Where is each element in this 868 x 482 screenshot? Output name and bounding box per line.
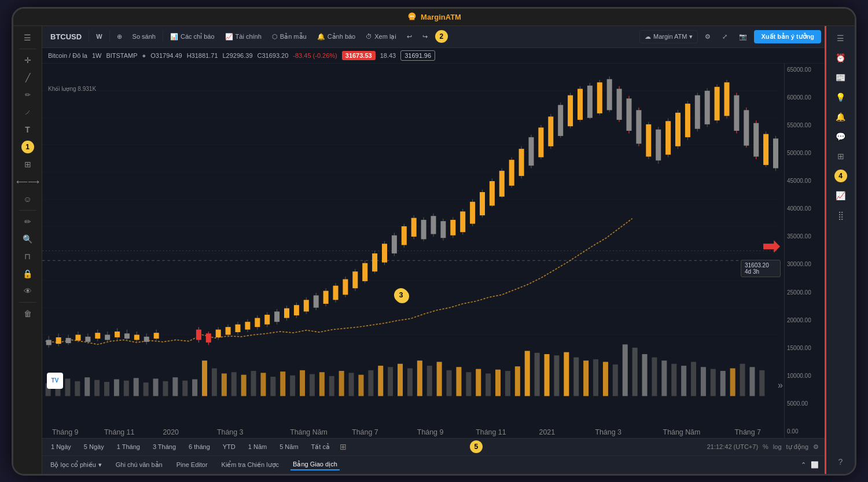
svg-rect-126 bbox=[255, 318, 260, 327]
redo-btn[interactable]: ↪ bbox=[418, 31, 432, 43]
red-arrow-icon: ➡ bbox=[762, 234, 779, 259]
right-grid-icon[interactable]: ⊞ bbox=[830, 148, 851, 165]
tab-ghi-chu[interactable]: Ghi chú văn bản bbox=[113, 460, 165, 470]
svg-rect-90 bbox=[46, 340, 52, 345]
svg-rect-204 bbox=[636, 110, 641, 144]
right-chat-icon[interactable]: 💬 bbox=[830, 128, 851, 145]
compare-btn[interactable]: So sánh bbox=[128, 31, 160, 42]
ban-mau-btn[interactable]: ⬡ Bản mẫu bbox=[267, 31, 311, 43]
auto-btn[interactable]: tự động bbox=[786, 443, 808, 451]
svg-rect-142 bbox=[333, 285, 338, 300]
fullscreen-btn[interactable]: ⤢ bbox=[718, 31, 732, 43]
price-level-20k: 20000.00 bbox=[787, 317, 822, 323]
right-watchlist-icon[interactable]: ☰ bbox=[830, 30, 851, 47]
svg-rect-21 bbox=[104, 381, 109, 396]
maximize-icon[interactable]: ⬜ bbox=[811, 461, 819, 469]
svg-rect-136 bbox=[304, 300, 309, 311]
svg-rect-112 bbox=[154, 333, 159, 338]
svg-rect-170 bbox=[470, 201, 475, 223]
svg-rect-160 bbox=[421, 219, 426, 238]
screenshot-btn[interactable]: 📷 bbox=[734, 31, 752, 43]
right-data-icon[interactable]: ⣿ bbox=[830, 207, 851, 224]
symbol-btn[interactable]: BTCUSD bbox=[46, 30, 86, 43]
tab-bo-loc[interactable]: Bộ lọc cổ phiếu ▾ bbox=[48, 460, 104, 470]
undo-btn[interactable]: ↩ bbox=[402, 31, 417, 43]
pencil-icon[interactable]: ✏ bbox=[17, 214, 38, 230]
right-news-icon[interactable]: 📰 bbox=[830, 69, 851, 86]
main-container: ☰ ✛ ╱ ✏ ⟋ T 1 ⊞ ⟵⟶ ☺ ✏ 🔍 ⊓ 🔒 👁 🗑 bbox=[13, 26, 855, 474]
pct-btn[interactable]: % bbox=[763, 443, 768, 450]
right-question-icon[interactable]: ? bbox=[830, 453, 851, 470]
svg-rect-180 bbox=[519, 149, 524, 176]
timeframe-label: 1W bbox=[92, 52, 102, 59]
right-ideas-icon[interactable]: 💡 bbox=[830, 89, 851, 106]
svg-rect-194 bbox=[587, 85, 593, 117]
xem-lai-btn[interactable]: ⏱ Xem lại bbox=[361, 31, 401, 43]
time-1yr[interactable]: 1 Năm bbox=[245, 442, 270, 451]
settings-icon-bottom[interactable]: ⚙ bbox=[813, 443, 819, 451]
svg-rect-114 bbox=[196, 329, 201, 340]
delete-icon[interactable]: 🗑 bbox=[17, 306, 38, 322]
svg-rect-216 bbox=[695, 95, 700, 128]
zoom-icon[interactable]: 🔍 bbox=[17, 231, 38, 247]
crosshair-icon[interactable]: ✛ bbox=[17, 52, 38, 68]
time-ytd[interactable]: YTD bbox=[220, 442, 238, 451]
svg-rect-73 bbox=[613, 364, 618, 396]
margin-atm-btn[interactable]: ☁ Margin ATM ▾ bbox=[639, 30, 698, 43]
publish-btn[interactable]: Xuất bản ý tưởng bbox=[754, 30, 821, 43]
lock-icon[interactable]: 🔒 bbox=[17, 266, 38, 282]
draw-icon[interactable]: ✏ bbox=[17, 87, 38, 103]
change-pts: 18.43 bbox=[380, 52, 396, 59]
settings-btn[interactable]: ⚙ bbox=[700, 31, 715, 43]
svg-rect-36 bbox=[251, 370, 256, 396]
indicator-btn[interactable]: ⊕ bbox=[112, 31, 127, 43]
time-1mo[interactable]: 1 Tháng bbox=[114, 442, 143, 451]
svg-rect-96 bbox=[75, 334, 80, 340]
right-alerts-icon[interactable]: 🔔 bbox=[830, 108, 851, 126]
tab-bang-gd[interactable]: Bảng Giao dịch bbox=[290, 459, 340, 470]
pattern-icon[interactable]: ⊞ bbox=[17, 156, 38, 172]
badge-1: 1 bbox=[21, 141, 34, 153]
emoji-icon[interactable]: ☺ bbox=[17, 191, 38, 207]
svg-rect-68 bbox=[564, 352, 569, 396]
time-5day[interactable]: 5 Ngày bbox=[81, 442, 107, 451]
app-title: MarginATM bbox=[421, 13, 461, 21]
menu-icon[interactable]: ☰ bbox=[17, 30, 38, 46]
badge-4: 4 bbox=[834, 170, 847, 182]
canh-bao-btn[interactable]: 🔔 Cảnh báo bbox=[312, 31, 361, 43]
right-clock-icon[interactable]: ⏰ bbox=[830, 49, 851, 67]
magnet-icon[interactable]: ⊓ bbox=[17, 248, 38, 264]
chevron-down-icon: ▾ bbox=[689, 33, 693, 41]
minimize-icon[interactable]: ⌃ bbox=[801, 461, 806, 469]
time-all[interactable]: Tất cả bbox=[308, 442, 333, 452]
indicator-icon: ⊕ bbox=[117, 33, 122, 41]
right-chart-pattern-icon[interactable]: 📈 bbox=[830, 187, 851, 204]
eye-icon[interactable]: 👁 bbox=[17, 283, 38, 299]
time-1day[interactable]: 1 Ngày bbox=[48, 442, 74, 451]
trend-line-icon[interactable]: ╱ bbox=[17, 69, 38, 86]
chart-area[interactable]: Khối lượng 8.931K 3 ➡ bbox=[42, 64, 825, 438]
timeframe-btn[interactable]: W bbox=[91, 31, 106, 42]
svg-rect-116 bbox=[206, 333, 211, 343]
brush-icon[interactable]: ⟋ bbox=[17, 104, 38, 120]
svg-rect-81 bbox=[691, 362, 696, 396]
tab-pine[interactable]: Pine Editor bbox=[174, 460, 210, 469]
svg-rect-212 bbox=[675, 112, 681, 146]
chart-type-icon[interactable]: ⊞ bbox=[340, 442, 347, 451]
chi-bao-btn[interactable]: 📊 Các chỉ báo bbox=[165, 31, 219, 43]
sep2 bbox=[109, 31, 110, 42]
tai-chinh-btn[interactable]: 📈 Tài chính bbox=[220, 31, 266, 43]
time-6mo[interactable]: 6 tháng bbox=[186, 442, 213, 451]
tab-kiem-tra[interactable]: Kiểm tra Chiến lược bbox=[219, 460, 282, 470]
svg-rect-158 bbox=[411, 218, 417, 236]
svg-text:Tháng 9: Tháng 9 bbox=[52, 428, 79, 436]
svg-text:Tháng Năm: Tháng Năm bbox=[290, 428, 328, 436]
scroll-right-icon[interactable]: » bbox=[778, 380, 783, 391]
time-5yr[interactable]: 5 Năm bbox=[277, 442, 301, 451]
ruler-icon[interactable]: ⟵⟶ bbox=[17, 174, 38, 190]
text-icon[interactable]: T bbox=[17, 122, 38, 138]
divider3 bbox=[19, 302, 36, 303]
svg-point-0 bbox=[410, 16, 412, 17]
time-3mo[interactable]: 3 Tháng bbox=[150, 442, 179, 451]
log-btn[interactable]: log bbox=[773, 443, 782, 450]
